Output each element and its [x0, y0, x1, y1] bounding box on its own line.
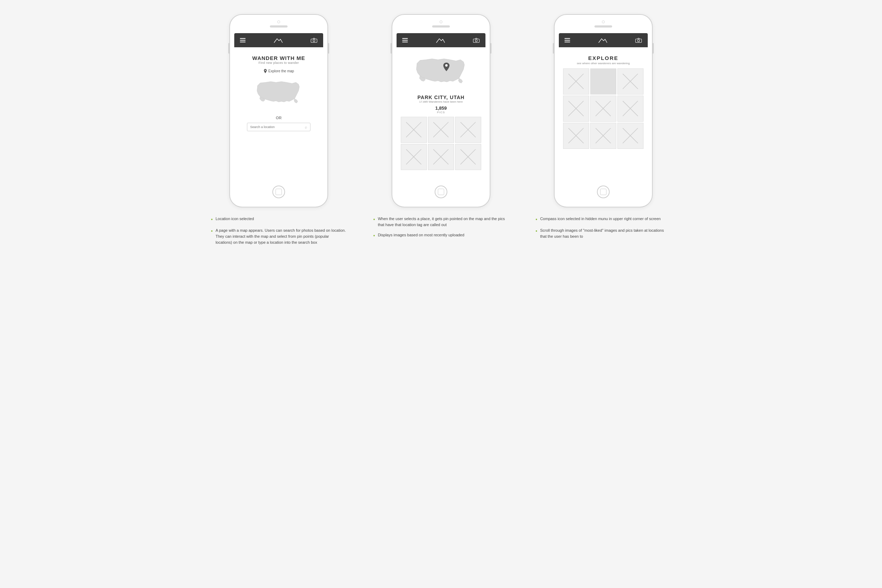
camera-icon[interactable]	[310, 37, 318, 44]
note-item: • When the user selects a place, it gets…	[373, 216, 509, 228]
image-cell[interactable]	[401, 117, 427, 143]
phone-top-bar	[559, 21, 648, 30]
note-text-1: Location icon selected	[216, 216, 254, 222]
menu-icon[interactable]	[564, 38, 570, 42]
search-icon: ⌕	[305, 125, 307, 129]
app-navbar-location	[396, 33, 486, 47]
mountain-logo	[598, 37, 608, 44]
note-text-1: When the user selects a place, it gets p…	[378, 216, 509, 228]
note-text-2: Displays images based on most recently u…	[378, 232, 464, 238]
phone-side-button-left	[228, 43, 230, 54]
pics-count: 1,859	[435, 105, 447, 111]
note-text-2: Scroll through images of "most-liked" im…	[540, 228, 671, 240]
explore-map-label: Explore the map	[268, 69, 294, 73]
bullet-icon: •	[373, 216, 375, 223]
svg-point-18	[638, 40, 640, 42]
app-title: WANDER WITH ME	[252, 55, 305, 61]
svg-rect-0	[311, 39, 317, 42]
camera-icon[interactable]	[473, 37, 480, 44]
image-cell[interactable]	[563, 96, 589, 122]
image-cell[interactable]	[590, 96, 616, 122]
explore-title: EXPLORE	[588, 55, 618, 61]
phone-screen-home: WANDER WITH ME Find new places to wander…	[234, 47, 323, 181]
image-grid-explore	[563, 68, 644, 149]
note-text-2: A page with a map appears. Users can sea…	[216, 228, 346, 246]
bullet-icon: •	[536, 216, 537, 223]
image-cell[interactable]	[617, 123, 644, 149]
svg-point-4	[445, 64, 448, 67]
note-item: • Displays images based on most recently…	[373, 232, 509, 240]
search-input[interactable]	[250, 125, 305, 129]
image-grid-location	[401, 117, 481, 170]
home-button[interactable]	[435, 186, 447, 198]
menu-icon[interactable]	[240, 38, 246, 42]
phone-side-button-right	[652, 43, 654, 54]
note-text-1: Compass icon selected in hidden munu in …	[540, 216, 661, 222]
home-button[interactable]	[272, 186, 285, 198]
phone-camera	[277, 21, 280, 23]
bullet-icon: •	[536, 228, 537, 235]
image-cell[interactable]	[563, 68, 589, 94]
image-cell[interactable]	[590, 123, 616, 149]
phone-speaker	[594, 26, 612, 27]
menu-icon[interactable]	[402, 38, 408, 42]
home-button-inner	[600, 189, 606, 195]
phone-top-bar	[234, 21, 323, 30]
phone-shell-location: PARK CITY, UTAH 17,885 Wanderers have be…	[392, 14, 490, 207]
or-text: OR	[276, 116, 282, 120]
location-pin-icon	[264, 69, 267, 74]
phone-side-button-left	[390, 43, 392, 54]
location-name: PARK CITY, UTAH	[417, 94, 464, 100]
phone-bottom-location	[435, 186, 447, 198]
bullet-icon: •	[211, 216, 213, 223]
image-cell-highlighted[interactable]	[590, 68, 616, 94]
phone-col-explore: EXPLORE see where other wanderers are wa…	[533, 14, 674, 244]
phone-screen-explore: EXPLORE see where other wanderers are wa…	[559, 47, 648, 181]
bullet-icon: •	[211, 228, 213, 235]
home-button-inner	[438, 189, 444, 195]
note-item: • A page with a map appears. Users can s…	[211, 228, 346, 246]
phone-shell-home: WANDER WITH ME Find new places to wander…	[230, 14, 328, 207]
phone-side-button-left	[553, 43, 554, 54]
phone-speaker	[270, 26, 288, 27]
phone-col-home: WANDER WITH ME Find new places to wander…	[208, 14, 349, 250]
image-cell[interactable]	[455, 117, 481, 143]
image-cell[interactable]	[401, 144, 427, 170]
phone-camera	[602, 21, 605, 23]
image-cell[interactable]	[428, 144, 454, 170]
phone-shell-explore: EXPLORE see where other wanderers are wa…	[554, 14, 652, 207]
note-item: • Location icon selected	[211, 216, 346, 223]
phone-col-location: PARK CITY, UTAH 17,885 Wanderers have be…	[370, 14, 512, 244]
note-item: • Scroll through images of "most-liked" …	[536, 228, 671, 240]
image-cell[interactable]	[428, 117, 454, 143]
svg-point-1	[313, 40, 315, 42]
explore-subtitle: see where other wanderers are wandering	[577, 62, 630, 65]
phone-camera	[440, 21, 442, 23]
phone-side-button-right	[490, 43, 492, 54]
explore-map-link[interactable]: Explore the map	[264, 69, 294, 74]
svg-point-3	[475, 40, 477, 42]
phones-row: WANDER WITH ME Find new places to wander…	[194, 14, 688, 250]
image-cell[interactable]	[455, 144, 481, 170]
image-cell[interactable]	[563, 123, 589, 149]
phone-side-button-right	[328, 43, 329, 54]
notes-section-home: • Location icon selected • A page with a…	[208, 216, 349, 250]
location-map-area	[411, 53, 471, 92]
phone-bottom-home	[272, 186, 285, 198]
search-box[interactable]: ⌕	[247, 123, 310, 131]
home-button-inner	[276, 189, 282, 195]
app-navbar-home	[234, 33, 323, 47]
location-wanderers: 17,885 Wanderers have been here	[419, 100, 462, 104]
app-navbar-explore	[559, 33, 648, 47]
app-subtitle: Find new places to wander	[259, 61, 299, 64]
mountain-logo	[435, 37, 445, 44]
home-button[interactable]	[597, 186, 610, 198]
image-cell[interactable]	[617, 68, 644, 94]
image-cell[interactable]	[617, 96, 644, 122]
pics-label: PICS	[437, 111, 445, 114]
bullet-icon: •	[373, 232, 375, 240]
usa-map[interactable]	[250, 78, 307, 110]
notes-section-explore: • Compass icon selected in hidden munu i…	[533, 216, 674, 244]
note-item: • Compass icon selected in hidden munu i…	[536, 216, 671, 223]
camera-icon[interactable]	[635, 37, 642, 44]
